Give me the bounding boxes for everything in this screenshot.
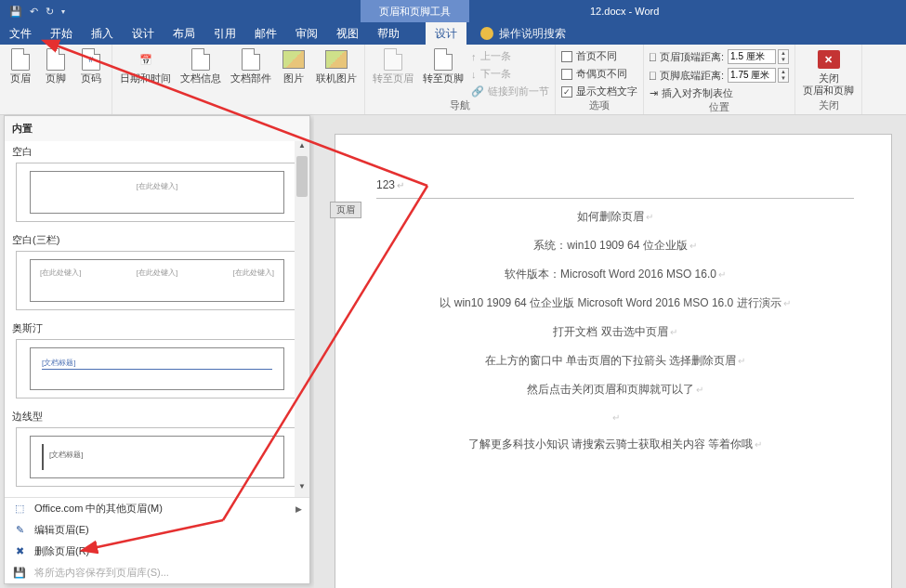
gallery-item-blank[interactable]: 空白 [在此处键入] — [5, 141, 309, 229]
title-bar: 💾 ↶ ↻ ▾ 页眉和页脚工具 12.docx - Word — [0, 0, 906, 22]
docinfo-button[interactable]: 文档信息 — [177, 46, 225, 86]
contextual-tab-label: 页眉和页脚工具 — [361, 0, 469, 22]
spinner[interactable]: ▲▼ — [778, 49, 789, 64]
quickparts-button[interactable]: 文档部件 — [227, 46, 275, 86]
ruler-icon: ⎕ — [650, 70, 656, 81]
scroll-down-icon[interactable]: ▼ — [295, 482, 309, 497]
pagenum-button[interactable]: #页码 — [74, 46, 108, 86]
chevron-right-icon: ▶ — [295, 504, 302, 514]
header-zone-tag: 页眉 — [330, 202, 361, 218]
footer-bottom-input[interactable] — [728, 68, 776, 83]
tab-file[interactable]: 文件 — [0, 22, 41, 45]
goto-header-button[interactable]: 转至页眉 — [369, 46, 417, 86]
goto-footer-button[interactable]: 转至页脚 — [419, 46, 467, 86]
diff-oddeven-checkbox[interactable]: 奇偶页不同 — [559, 66, 639, 82]
tab-review[interactable]: 审阅 — [286, 22, 327, 45]
online-picture-icon — [325, 50, 348, 69]
tab-icon: ⇥ — [650, 87, 658, 99]
tab-mailings[interactable]: 邮件 — [245, 22, 286, 45]
close-header-footer-button[interactable]: ✕关闭 页眉和页脚 — [799, 46, 858, 98]
ribbon: 页眉 页脚 #页码 📅日期和时间 文档信息 文档部件 图片 联机图片 转至页眉 … — [0, 45, 906, 115]
gallery-item-austin[interactable]: 奥斯汀 [文档标题] — [5, 318, 309, 406]
body-line: 打开文档 双击选中页眉 — [376, 324, 854, 340]
diff-first-checkbox[interactable]: 首页不同 — [559, 48, 639, 64]
office-icon: ⬚ — [12, 503, 27, 515]
header-zone[interactable]: 123 — [376, 176, 854, 199]
tab-references[interactable]: 引用 — [204, 22, 245, 45]
tab-help[interactable]: 帮助 — [368, 22, 409, 45]
body-line: 在上方的窗口中 单击页眉的下拉箭头 选择删除页眉 — [376, 353, 854, 369]
close-icon: ✕ — [818, 50, 840, 69]
picture-icon — [282, 50, 305, 69]
tell-me-label: 操作说明搜索 — [499, 26, 566, 42]
more-office-headers[interactable]: ⬚Office.com 中的其他页眉(M)▶ — [5, 498, 309, 519]
remove-icon: ✖ — [12, 545, 27, 557]
edit-header[interactable]: ✎编辑页眉(E) — [5, 519, 309, 541]
body-line: 然后点击关闭页眉和页脚就可以了 — [376, 382, 854, 398]
prev-section: ↑上一条 — [469, 48, 551, 64]
tell-me[interactable]: 操作说明搜索 — [480, 26, 566, 42]
header-top-distance[interactable]: ⎕页眉顶端距离:▲▼ — [648, 48, 791, 65]
remove-header[interactable]: ✖删除页眉(R) — [5, 541, 309, 562]
document-area: 页眉 123 如何删除页眉 系统：win10 1909 64 位企业版 软件版本… — [314, 115, 906, 588]
document-body: 如何删除页眉 系统：win10 1909 64 位企业版 软件版本：Micros… — [376, 209, 854, 465]
gallery-scrollbar[interactable]: ▲ ▼ — [295, 141, 309, 497]
scroll-up-icon[interactable]: ▲ — [295, 141, 309, 156]
header-gallery-dropdown: 内置 空白 [在此处键入] 空白(三栏) [在此处键入][在此处键入][在此处键… — [4, 115, 310, 584]
gallery-item-3col[interactable]: 空白(三栏) [在此处键入][在此处键入][在此处键入] — [5, 229, 309, 318]
body-line: 了解更多科技小知识 请搜索云骑士获取相关内容 等着你哦 — [376, 437, 854, 452]
tab-context-design[interactable]: 设计 — [426, 22, 466, 45]
down-arrow-icon: ↓ — [471, 69, 477, 80]
tab-layout[interactable]: 布局 — [164, 22, 204, 45]
edit-icon: ✎ — [12, 524, 27, 536]
save-to-gallery: 💾将所选内容保存到页眉库(S)... — [5, 562, 309, 583]
up-arrow-icon: ↑ — [471, 51, 477, 62]
gallery-item-border[interactable]: 边线型 [文档标题] — [5, 406, 309, 494]
footer-button[interactable]: 页脚 — [39, 46, 72, 86]
builtin-section: 内置 — [5, 116, 309, 141]
tab-view[interactable]: 视图 — [327, 22, 368, 45]
tab-design[interactable]: 设计 — [123, 22, 164, 45]
link-icon: 🔗 — [471, 85, 484, 98]
show-doc-checkbox[interactable]: ✓显示文档文字 — [559, 84, 639, 99]
body-line: 系统：win10 1909 64 位企业版 — [376, 238, 854, 254]
ribbon-tabs: 文件 开始 插入 设计 布局 引用 邮件 审阅 视图 帮助 设计 操作说明搜索 — [0, 22, 906, 45]
document-page[interactable]: 页眉 123 如何删除页眉 系统：win10 1909 64 位企业版 软件版本… — [335, 134, 892, 588]
header-button[interactable]: 页眉 — [4, 46, 37, 86]
qat-dropdown-icon[interactable]: ▾ — [61, 7, 65, 16]
body-line — [376, 411, 854, 424]
pictures-button[interactable]: 图片 — [277, 46, 310, 86]
body-line: 软件版本：Microsoft Word 2016 MSO 16.0 — [376, 267, 854, 282]
insert-align-tab[interactable]: ⇥插入对齐制表位 — [648, 85, 791, 101]
tab-home[interactable]: 开始 — [41, 22, 82, 45]
header-text[interactable]: 123 — [376, 178, 404, 191]
body-line: 以 win10 1909 64 位企业版 Microsoft Word 2016… — [376, 295, 854, 311]
undo-icon[interactable]: ↶ — [30, 6, 38, 18]
gallery-item-filigree[interactable]: 花丝 [文档标题] | [作者姓名] — [5, 494, 309, 497]
body-line: 如何删除页眉 — [376, 209, 854, 225]
calendar-icon: 📅 — [133, 48, 159, 71]
save-icon: 💾 — [12, 567, 27, 579]
link-previous: 🔗链接到前一节 — [469, 84, 551, 99]
footer-bottom-distance[interactable]: ⎕页脚底端距离:▲▼ — [648, 67, 791, 84]
tab-insert[interactable]: 插入 — [82, 22, 123, 45]
header-top-input[interactable] — [728, 49, 776, 64]
onlinepic-button[interactable]: 联机图片 — [312, 46, 361, 86]
next-section: ↓下一条 — [469, 66, 551, 82]
ruler-icon: ⎕ — [650, 51, 656, 62]
redo-icon[interactable]: ↻ — [46, 6, 54, 18]
lightbulb-icon — [480, 27, 493, 40]
datetime-button[interactable]: 📅日期和时间 — [116, 46, 175, 86]
save-icon[interactable]: 💾 — [9, 6, 22, 18]
document-title: 12.docx - Word — [590, 0, 659, 22]
spinner[interactable]: ▲▼ — [778, 68, 789, 83]
